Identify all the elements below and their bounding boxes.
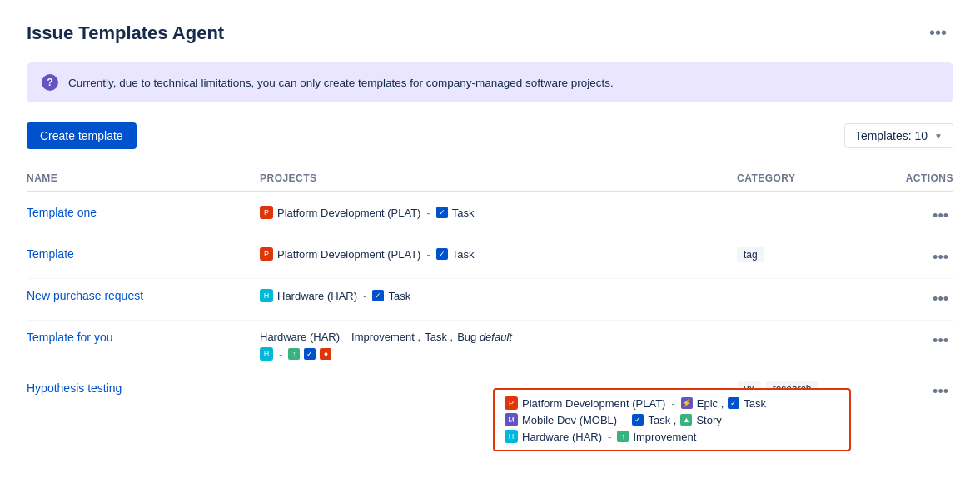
- sep: -: [608, 431, 611, 443]
- row-more-button[interactable]: •••: [928, 247, 953, 268]
- sep: -: [671, 397, 674, 410]
- row-more-button[interactable]: •••: [928, 206, 953, 227]
- table-row: Hypothesis testing P Platform Developmen…: [27, 371, 953, 471]
- separator: -: [363, 290, 366, 302]
- project-cell: H Hardware (HAR) - ✓ Task: [260, 289, 737, 302]
- story-label: Story: [696, 414, 721, 426]
- table-row: New purchase request H Hardware (HAR) - …: [27, 279, 953, 321]
- plat-icon: P: [505, 396, 518, 410]
- create-template-button[interactable]: Create template: [27, 122, 137, 149]
- separator: -: [426, 248, 430, 261]
- har-icon: H: [505, 430, 518, 443]
- bug-icon: ●: [320, 348, 331, 360]
- table-row: Template one P Platform Development (PLA…: [27, 196, 953, 237]
- template-name-link[interactable]: Hypothesis testing: [27, 381, 122, 395]
- issue-type: Task: [452, 207, 475, 219]
- project-cell: P Platform Development (PLAT) - ✓ Task: [260, 206, 737, 219]
- info-banner: ? Currently, due to technical limitation…: [27, 62, 953, 102]
- col-category-header: Category: [737, 172, 870, 184]
- col-actions-header: Actions: [870, 172, 953, 184]
- improvement-icon: ↑: [288, 348, 300, 360]
- actions-cell: •••: [870, 247, 953, 268]
- project-name: Platform Development (PLAT): [277, 207, 420, 219]
- task-icon: ✓: [632, 414, 644, 426]
- templates-dropdown[interactable]: Templates: 10 ▼: [844, 123, 953, 148]
- issue-type: Task: [452, 248, 475, 261]
- highlight-line-1: P Platform Development (PLAT) - ⚡ Epic ,…: [505, 396, 839, 410]
- toolbar: Create template Templates: 10 ▼: [27, 122, 953, 149]
- task-label: Task ,: [648, 414, 676, 426]
- task-icon: ✓: [304, 348, 316, 360]
- actions-cell: •••: [870, 381, 953, 402]
- page-header: Issue Templates Agent •••: [27, 20, 953, 46]
- category-cell: tag: [737, 247, 870, 262]
- project-line: H Hardware (HAR) - ✓ Task: [260, 289, 737, 302]
- page-more-button[interactable]: •••: [923, 20, 953, 46]
- chevron-down-icon: ▼: [934, 132, 943, 141]
- actions-cell: •••: [870, 289, 953, 310]
- category-tag: tag: [737, 247, 764, 262]
- row-more-button[interactable]: •••: [928, 289, 953, 310]
- highlight-line-3: H Hardware (HAR) - ↑ Improvement: [505, 430, 839, 443]
- page-title: Issue Templates Agent: [27, 22, 224, 44]
- table-row: Template for you Hardware (HAR) Improvem…: [27, 321, 953, 371]
- task-icon: ✓: [728, 397, 739, 409]
- project-line-top: Hardware (HAR) Improvement , Task , Bug …: [260, 331, 737, 343]
- project-line: P Platform Development (PLAT) - ✓ Task: [260, 206, 737, 219]
- mobl-icon: M: [505, 413, 518, 426]
- project-cell: Hardware (HAR) Improvement , Task , Bug …: [260, 331, 737, 361]
- template-name-cell: Template one: [27, 206, 260, 219]
- project-line: P Platform Development (PLAT) - ✓ Task: [260, 247, 737, 261]
- plat-name: Platform Development (PLAT): [522, 397, 665, 410]
- table-header: Name Projects Category Actions: [27, 166, 953, 192]
- template-name-cell: New purchase request: [27, 289, 260, 302]
- template-name-link[interactable]: New purchase request: [27, 289, 143, 302]
- actions-cell: •••: [870, 206, 953, 227]
- template-name-cell: Hypothesis testing: [27, 381, 260, 395]
- separator: -: [426, 207, 430, 219]
- task-icon: ✓: [372, 290, 384, 301]
- templates-count-label: Templates: 10: [855, 129, 928, 142]
- task-label: Task ,: [425, 331, 453, 343]
- epic-icon: ⚡: [681, 397, 693, 409]
- template-name-cell: Template: [27, 247, 260, 261]
- task-icon: ✓: [436, 248, 448, 260]
- improvement-label: Improvement: [633, 431, 696, 443]
- highlight-line-2: M Mobile Dev (MOBL) - ✓ Task , ▲ Story: [505, 413, 839, 426]
- har-name: Hardware (HAR): [522, 431, 602, 443]
- project-name-har: Hardware (HAR): [260, 331, 340, 343]
- story-icon: ▲: [680, 414, 692, 426]
- template-name-link[interactable]: Template for you: [27, 331, 113, 344]
- separator: -: [279, 348, 282, 361]
- improvement-label: Improvement ,: [351, 331, 420, 343]
- template-name-link[interactable]: Template one: [27, 206, 97, 219]
- epic-label: Epic ,: [697, 397, 724, 410]
- info-icon: ?: [42, 74, 58, 91]
- improvement-icon: ↑: [617, 431, 629, 442]
- mobl-name: Mobile Dev (MOBL): [522, 414, 617, 426]
- template-name-link[interactable]: Template: [27, 247, 74, 261]
- project-name: Platform Development (PLAT): [277, 248, 420, 261]
- template-name-cell: Template for you: [27, 331, 260, 344]
- banner-text: Currently, due to technical limitations,…: [68, 77, 614, 89]
- project-icon: P: [260, 206, 273, 219]
- task-label: Task: [744, 397, 766, 410]
- table-row: Template P Platform Development (PLAT) -…: [27, 237, 953, 279]
- issue-type: Task: [388, 290, 410, 302]
- project-line-icons: H - ↑ ✓ ●: [260, 347, 737, 361]
- actions-cell: •••: [870, 331, 953, 351]
- project-icon-har: H: [260, 347, 273, 361]
- project-cell: P Platform Development (PLAT) - ✓ Task: [260, 247, 737, 261]
- col-projects-header: Projects: [260, 172, 737, 184]
- sep: -: [623, 414, 626, 426]
- highlight-popup: P Platform Development (PLAT) - ⚡ Epic ,…: [493, 388, 851, 451]
- row-more-button[interactable]: •••: [928, 381, 953, 402]
- task-icon: ✓: [436, 207, 448, 218]
- row-more-button[interactable]: •••: [928, 331, 953, 351]
- bug-label: Bug default: [457, 331, 512, 343]
- col-name-header: Name: [27, 172, 260, 184]
- project-name: Hardware (HAR): [277, 290, 357, 302]
- project-icon: H: [260, 289, 273, 302]
- project-icon: P: [260, 247, 273, 261]
